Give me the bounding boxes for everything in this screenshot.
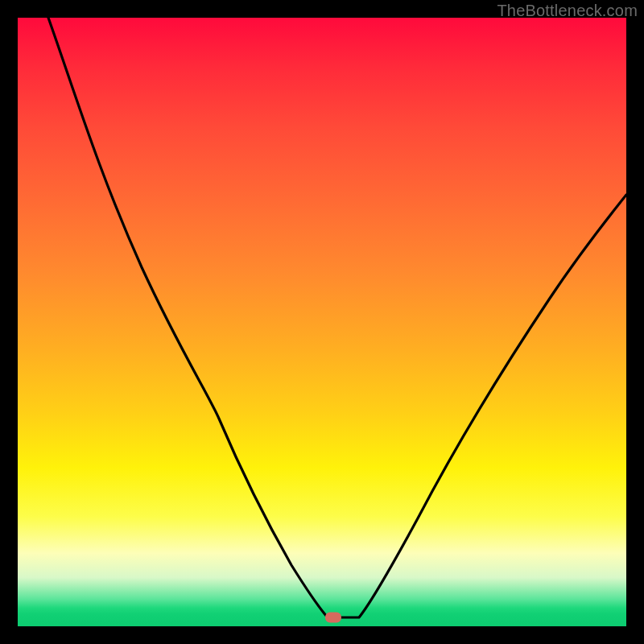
plot-area: [18, 18, 626, 626]
bottleneck-marker: [325, 612, 341, 622]
watermark-text: TheBottleneck.com: [497, 2, 638, 20]
bottleneck-curve: [18, 18, 626, 626]
chart-stage: TheBottleneck.com: [0, 0, 644, 644]
curve-path: [48, 18, 626, 617]
